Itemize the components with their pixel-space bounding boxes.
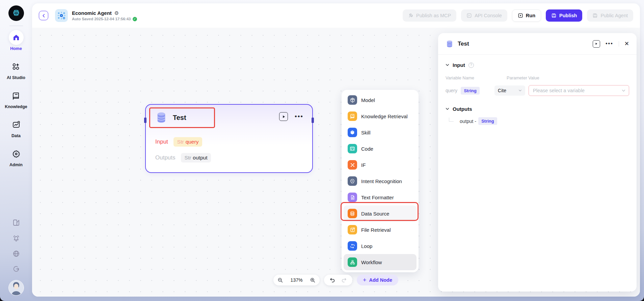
main-card: Economic Agent ⚙ Auto Saved 2025-12-04 1… <box>32 3 640 297</box>
topbar: Economic Agent ⚙ Auto Saved 2025-12-04 1… <box>32 3 640 28</box>
data-chart-icon <box>12 120 21 129</box>
node-output-handle[interactable] <box>312 118 314 123</box>
product-logo[interactable] <box>8 5 24 21</box>
help-icon[interactable]: ? <box>468 62 474 68</box>
palette-item-loop[interactable]: Loop <box>344 238 417 254</box>
node-config-panel: Test ••• ✕ Input ? Vari <box>438 33 637 292</box>
sidebar-item-ai-studio[interactable]: AI Studio <box>7 59 25 80</box>
palette-item-if[interactable]: IF <box>344 157 417 173</box>
tree-elbow <box>449 118 454 122</box>
output-name: output - <box>460 119 476 124</box>
sidebar-item-home[interactable]: Home <box>9 30 24 51</box>
zoom-out-icon[interactable] <box>277 277 283 283</box>
variable-name: query <box>446 88 459 93</box>
palette-item-file-retrieval[interactable]: File Retrieval <box>344 222 417 238</box>
back-button[interactable] <box>39 11 48 20</box>
node-run-icon[interactable] <box>279 112 288 121</box>
variable-name-column: Variable Name <box>446 75 474 80</box>
variable-select[interactable] <box>529 85 629 96</box>
node-palette: Model Knowledge Retrieval Skill <box>342 90 419 272</box>
palette-item-knowledge-retrieval[interactable]: Knowledge Retrieval <box>344 108 417 124</box>
panel-actions: ••• ✕ <box>593 40 629 48</box>
zoom-level: 137% <box>291 277 303 283</box>
sidebar-item-label: Admin <box>9 162 23 167</box>
node-more-icon[interactable]: ••• <box>295 115 303 118</box>
zoom-controls: 137% <box>273 275 320 285</box>
plug-icon <box>408 13 413 18</box>
save-icon <box>592 13 598 18</box>
add-node-button[interactable]: + Add Node <box>357 275 398 285</box>
chevron-down-icon <box>446 108 449 110</box>
admin-gear-icon <box>12 149 21 158</box>
panel-header: Test ••• ✕ <box>438 33 637 55</box>
knowledge-book-icon <box>11 91 20 100</box>
model-icon <box>348 95 357 105</box>
node-outputs-label: Outputs <box>155 154 176 161</box>
sidebar: Home AI Studio <box>0 0 32 301</box>
redo-icon[interactable] <box>341 277 347 283</box>
palette-item-model[interactable]: Model <box>344 92 417 108</box>
panel-close-icon[interactable]: ✕ <box>624 40 629 47</box>
logout-icon[interactable] <box>12 265 20 273</box>
console-icon <box>466 13 472 18</box>
cite-dropdown[interactable]: Cite <box>494 85 525 96</box>
panel-action-divider <box>619 41 619 47</box>
node-input-handle[interactable] <box>144 118 146 123</box>
undo-icon[interactable] <box>329 277 336 283</box>
palette-item-code[interactable]: Code <box>344 141 417 157</box>
node-input-row: Input Strquery <box>155 137 202 147</box>
variable-select-input[interactable] <box>529 88 622 93</box>
palette-item-text-formatter[interactable]: Text Formatter <box>344 189 417 205</box>
node-actions: ••• <box>279 112 303 121</box>
sidebar-item-admin[interactable]: Admin <box>9 146 24 167</box>
palette-item-skill[interactable]: Skill <box>344 124 417 141</box>
chevron-left-icon <box>42 14 46 18</box>
sidebar-item-label: Knowledge <box>5 104 27 109</box>
topbar-actions: Publish as MCP API Console Run <box>403 9 633 22</box>
run-button[interactable]: Run <box>512 9 541 22</box>
node-input-badge[interactable]: Strquery <box>173 137 203 147</box>
settings-gear-icon[interactable]: ⚙ <box>114 10 119 16</box>
file-retrieval-icon <box>348 225 357 234</box>
widgets-icon[interactable] <box>12 219 20 227</box>
api-console-button[interactable]: API Console <box>461 9 507 22</box>
knowledge-retrieval-icon <box>348 111 357 121</box>
intent-recognition-icon <box>348 176 357 186</box>
publish-button[interactable]: Publish <box>546 9 582 22</box>
logo-waves-icon <box>11 8 21 18</box>
palette-item-workflow[interactable]: Workflow <box>344 254 417 270</box>
sidebar-item-data[interactable]: Data <box>9 117 24 138</box>
globe-icon[interactable] <box>12 250 20 258</box>
outputs-section-header[interactable]: Outputs <box>446 106 629 112</box>
sidebar-item-label: Data <box>11 133 21 138</box>
zoom-in-icon[interactable] <box>310 277 316 283</box>
public-agent-button[interactable]: Public Agent <box>587 9 633 22</box>
chevron-down-icon <box>446 64 449 66</box>
sidebar-item-knowledge[interactable]: Knowledge <box>5 88 27 109</box>
saved-check-icon: ✓ <box>133 17 137 21</box>
panel-run-icon[interactable] <box>593 40 600 48</box>
input-variable-row: query String Cite <box>446 85 629 96</box>
publish-as-mcp-button[interactable]: Publish as MCP <box>403 9 456 22</box>
palette-item-data-source[interactable]: Data Source <box>344 205 417 222</box>
sidebar-bottom <box>0 219 32 296</box>
bell-icon[interactable] <box>12 234 20 242</box>
autosave-status: Auto Saved 2025-12-04 17:56:43 <box>72 17 131 21</box>
panel-more-icon[interactable]: ••• <box>606 43 613 45</box>
palette-item-intent-recognition[interactable]: Intent Recognition <box>344 173 417 189</box>
input-section-header[interactable]: Input ? <box>446 62 629 68</box>
sidebar-item-label: Home <box>10 46 22 51</box>
user-avatar[interactable] <box>8 280 24 296</box>
output-tree-row: output - String <box>449 117 629 125</box>
title-block: Economic Agent ⚙ Auto Saved 2025-12-04 1… <box>72 10 137 21</box>
workflow-node-test[interactable]: Test ••• Input Strquery Outputs Stroutpu… <box>145 104 313 173</box>
chevron-down-icon <box>518 90 522 92</box>
node-output-badge[interactable]: Stroutput <box>181 153 211 162</box>
sidebar-divider <box>9 26 23 26</box>
page-title: Economic Agent <box>72 10 112 16</box>
text-formatter-icon <box>348 193 357 202</box>
outputs-section-title: Outputs <box>453 106 472 112</box>
node-title: Test <box>173 114 186 122</box>
input-section-title: Input <box>453 62 465 68</box>
run-play-icon <box>518 13 523 18</box>
